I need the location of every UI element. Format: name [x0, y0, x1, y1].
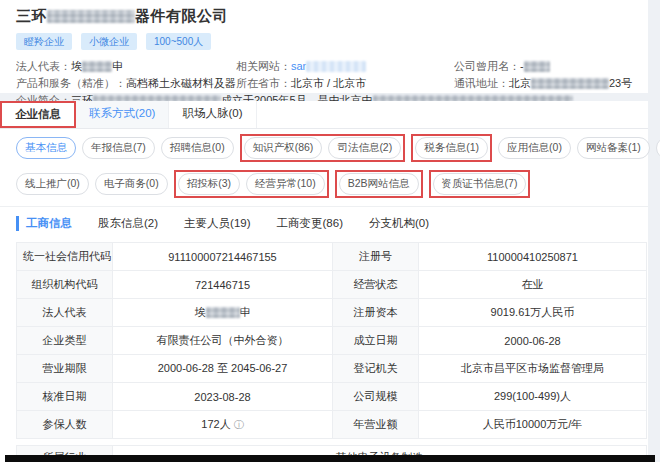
- table-row: 参保人数 172人ⓘ 年营业额 人民币10000万元/年: [17, 411, 647, 439]
- field-label: 组织机构代码: [17, 271, 113, 299]
- field-value: 北京市昌平区市场监督管理局: [419, 355, 647, 383]
- tab-workplace-network[interactable]: 职场人脉(0): [169, 101, 256, 128]
- redacted-text: [82, 61, 112, 72]
- business-subtab-bar: 工商信息 股东信息(2) 主要人员(19) 工商变更(86) 分支机构(0): [0, 207, 648, 238]
- region-field: 所在省市：北京市 / 北京市: [236, 75, 454, 92]
- company-tags: 瞪羚企业 小微企业 100~500人: [16, 33, 638, 50]
- field-value: 人民币10000万元/年: [419, 411, 647, 439]
- field-label: 成立日期: [333, 327, 419, 355]
- field-value: 2023-08-28: [113, 383, 333, 411]
- field-value: 172人ⓘ: [113, 411, 333, 439]
- business-info-table: 统一社会信用代码 911100007214467155 注册号 11000041…: [16, 242, 647, 439]
- annotation-box-b2b: B2B网站信息: [335, 170, 423, 198]
- field-value: 721446715: [113, 271, 333, 299]
- field-label: 企业类型: [17, 327, 113, 355]
- field-label: 年营业额: [333, 411, 419, 439]
- annotation-box-bidding-abnormal: 招投标(3) 经营异常(10): [174, 170, 329, 198]
- redacted-text: [47, 10, 135, 23]
- pill-tax-info[interactable]: 税务信息(1): [415, 137, 488, 159]
- bottom-black-bar: [5, 455, 655, 462]
- field-value: 2000-06-28: [419, 327, 647, 355]
- pill-media-info[interactable]: 媒体信息(1): [656, 137, 660, 159]
- pill-app-info[interactable]: 应用信息(0): [498, 137, 571, 159]
- field-label: 营业期限: [17, 355, 113, 383]
- former-name-field: 公司曾用名：-: [454, 58, 638, 75]
- address-field: 通讯地址：北京23号: [454, 75, 638, 92]
- field-label: 注册资本: [333, 299, 419, 327]
- category-pills-row-1: 基本信息 年报信息(7) 招聘信息(0) 知识产权(86) 司法信息(2) 税务…: [0, 129, 648, 165]
- pill-business-abnormality[interactable]: 经营异常(10): [246, 173, 325, 195]
- table-row: 企业类型 有限责任公司（中外合资） 成立日期 2000-06-28: [17, 327, 647, 355]
- tag-small-micro-enterprise: 小微企业: [81, 33, 137, 50]
- subtab-registration-changes[interactable]: 工商变更(86): [277, 216, 343, 231]
- field-value: 在业: [419, 271, 647, 299]
- field-value: 9019.61万人民币: [419, 299, 647, 327]
- pill-bidding[interactable]: 招投标(3): [178, 173, 240, 195]
- company-name-prefix: 三环: [16, 7, 47, 24]
- field-label: 统一社会信用代码: [17, 243, 113, 271]
- pill-icp-filing[interactable]: 网站备案(1): [577, 137, 650, 159]
- company-name: 三环器件有限公司: [16, 7, 638, 26]
- pill-intellectual-property[interactable]: 知识产权(86): [244, 137, 323, 159]
- field-label: 核准日期: [17, 383, 113, 411]
- field-value: 299(100-499)人: [419, 383, 647, 411]
- pill-b2b-website[interactable]: B2B网站信息: [339, 173, 419, 195]
- field-value: 911100007214467155: [113, 243, 333, 271]
- pill-qualification-certificates[interactable]: 资质证书信息(7): [433, 173, 527, 195]
- related-website-field: 相关网站：sar: [236, 58, 454, 75]
- table-row: 法人代表 埃申 注册资本 9019.61万人民币: [17, 299, 647, 327]
- redacted-text: [206, 307, 240, 318]
- field-label: 法人代表: [17, 299, 113, 327]
- annotation-box-tax: 税务信息(1): [411, 134, 492, 162]
- subtab-branches[interactable]: 分支机构(0): [369, 216, 429, 231]
- table-row: 核准日期 2023-08-28 公司规模 299(100-499)人: [17, 383, 647, 411]
- field-value: 2000-06-28 至 2045-06-27: [113, 355, 333, 383]
- tag-staff-size: 100~500人: [146, 33, 211, 50]
- pill-recruitment[interactable]: 招聘信息(0): [161, 137, 234, 159]
- pill-online-promotion[interactable]: 线上推广(0): [16, 173, 89, 195]
- tab-contact-info[interactable]: 联系方式(20): [76, 101, 169, 128]
- company-header-card: 三环器件有限公司 瞪羚企业 小微企业 100~500人 法人代表：埃申 相关网站…: [0, 0, 648, 93]
- subtab-key-personnel[interactable]: 主要人员(19): [184, 216, 250, 231]
- legal-rep-field: 法人代表：埃申: [16, 58, 236, 75]
- subtab-business-registration[interactable]: 工商信息: [16, 216, 72, 231]
- company-detail-card: 企业信息 联系方式(20) 职场人脉(0) 基本信息 年报信息(7) 招聘信息(…: [0, 101, 648, 462]
- tag-gazelle-enterprise: 瞪羚企业: [16, 33, 72, 50]
- category-pills-row-2: 线上推广(0) 电子商务(0) 招投标(3) 经营异常(10) B2B网站信息 …: [0, 165, 648, 207]
- field-label: 公司规模: [333, 383, 419, 411]
- table-row: 组织机构代码 721446715 经营状态 在业: [17, 271, 647, 299]
- tab-company-info[interactable]: 企业信息: [0, 101, 76, 128]
- subtab-shareholders[interactable]: 股东信息(2): [98, 216, 158, 231]
- field-label: 经营状态: [333, 271, 419, 299]
- field-value: 埃申: [113, 299, 333, 327]
- table-row: 营业期限 2000-06-28 至 2045-06-27 登记机关 北京市昌平区…: [17, 355, 647, 383]
- redacted-text: [524, 61, 550, 72]
- pill-judicial-info[interactable]: 司法信息(2): [328, 137, 401, 159]
- annotation-box-ip-judicial: 知识产权(86) 司法信息(2): [240, 134, 406, 162]
- pill-basic-info[interactable]: 基本信息: [16, 137, 76, 159]
- pill-annual-report[interactable]: 年报信息(7): [82, 137, 155, 159]
- redacted-text: [531, 78, 609, 89]
- field-value: 110000410250871: [419, 243, 647, 271]
- field-value: 有限责任公司（中外合资）: [113, 327, 333, 355]
- company-name-suffix: 器件有限公司: [135, 7, 228, 24]
- website-link[interactable]: sar: [291, 60, 306, 72]
- field-label: 登记机关: [333, 355, 419, 383]
- redacted-text: [306, 61, 366, 72]
- field-label: 参保人数: [17, 411, 113, 439]
- annotation-box-certificates: 资质证书信息(7): [429, 170, 531, 198]
- main-tab-bar: 企业信息 联系方式(20) 职场人脉(0): [0, 101, 648, 129]
- table-row: 统一社会信用代码 911100007214467155 注册号 11000041…: [17, 243, 647, 271]
- info-icon[interactable]: ⓘ: [234, 419, 244, 430]
- field-label: 注册号: [333, 243, 419, 271]
- products-field: 产品和服务（精准）：高档稀土永磁材料及器件...: [16, 75, 236, 92]
- pill-ecommerce[interactable]: 电子商务(0): [95, 173, 168, 195]
